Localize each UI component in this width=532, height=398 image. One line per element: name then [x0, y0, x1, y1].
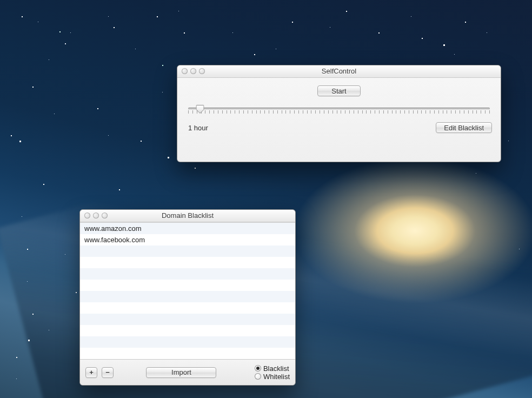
remove-button[interactable]: −: [102, 367, 114, 378]
close-icon[interactable]: [84, 213, 90, 218]
table-row[interactable]: [80, 302, 295, 314]
table-row[interactable]: [80, 268, 295, 280]
blacklist-table[interactable]: www.amazon.comwww.facebook.com: [80, 222, 295, 359]
table-row[interactable]: [80, 291, 295, 302]
blacklist-window: Domain Blacklist www.amazon.comwww.faceb…: [79, 209, 296, 386]
radio-icon: [255, 365, 261, 372]
desktop: SelfControl Start: [0, 0, 532, 398]
mode-whitelist-label: Whitelist: [263, 373, 290, 381]
table-row[interactable]: [80, 246, 295, 257]
edit-blacklist-button[interactable]: Edit Blacklist: [436, 122, 492, 133]
slider-ticks: [188, 110, 490, 116]
mode-blacklist-label: Blacklist: [263, 364, 289, 373]
slider-thumb[interactable]: [196, 105, 204, 114]
slider-track: [188, 108, 490, 110]
table-row[interactable]: www.facebook.com: [80, 234, 295, 246]
window-body: Start: [177, 78, 501, 141]
add-button[interactable]: +: [85, 367, 97, 378]
titlebar[interactable]: Domain Blacklist: [80, 210, 295, 222]
window-controls: [84, 213, 108, 218]
start-button[interactable]: Start: [317, 85, 361, 96]
window-title: Domain Blacklist: [84, 210, 291, 222]
table-row[interactable]: www.amazon.com: [80, 223, 295, 234]
table-row[interactable]: [80, 314, 295, 325]
wallpaper-stars: [0, 0, 2, 2]
selfcontrol-window: SelfControl Start: [177, 65, 501, 162]
mode-blacklist-option[interactable]: Blacklist: [255, 364, 290, 373]
table-row[interactable]: [80, 336, 295, 348]
duration-label: 1 hour: [186, 124, 208, 132]
window-title: SelfControl: [182, 65, 496, 77]
table-row[interactable]: [80, 325, 295, 336]
titlebar[interactable]: SelfControl: [177, 65, 501, 78]
table-row[interactable]: [80, 280, 295, 291]
radio-icon: [255, 373, 261, 380]
zoom-icon[interactable]: [102, 213, 108, 218]
mode-whitelist-option[interactable]: Whitelist: [255, 373, 290, 381]
zoom-icon[interactable]: [199, 68, 205, 74]
minimize-icon[interactable]: [190, 68, 196, 74]
table-row[interactable]: [80, 348, 295, 359]
import-button[interactable]: Import: [146, 367, 216, 378]
mode-radio-group: Blacklist Whitelist: [255, 364, 290, 381]
close-icon[interactable]: [182, 68, 188, 74]
duration-slider[interactable]: [188, 104, 490, 119]
blacklist-footer: + − Import Blacklist Whitelist: [80, 359, 295, 385]
minimize-icon[interactable]: [93, 213, 99, 218]
table-row[interactable]: [80, 257, 295, 268]
window-controls: [182, 68, 205, 74]
